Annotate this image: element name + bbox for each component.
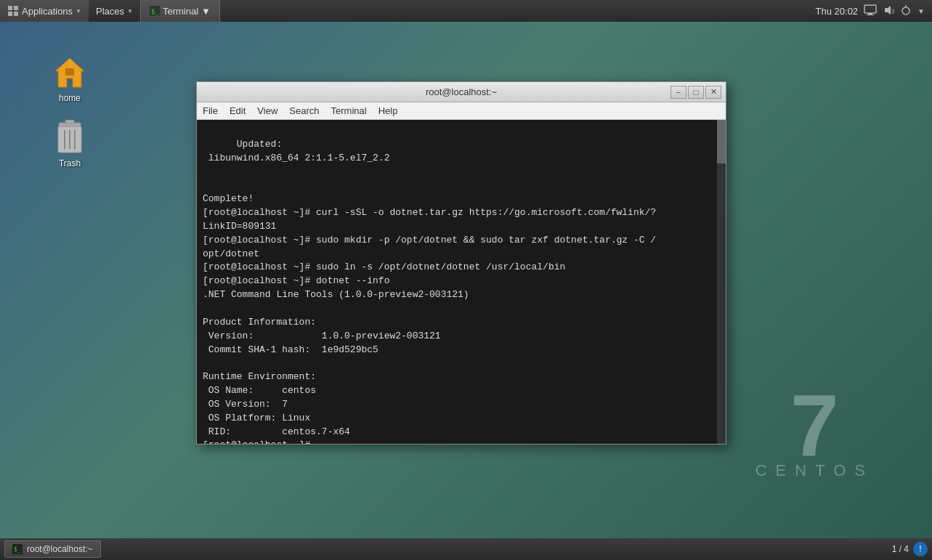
home-folder-image	[52, 55, 87, 90]
taskbar-left-items: Applications ▼ Places ▼ $_ Terminal ▼	[0, 0, 220, 22]
volume-icon[interactable]: ))	[883, 4, 894, 18]
svg-rect-3	[14, 12, 18, 16]
clock-display: Thu 20:02	[816, 6, 859, 17]
svg-text:$_: $_	[14, 546, 21, 553]
applications-arrow: ▼	[76, 8, 81, 15]
terminal-output: Updated: libunwind.x86_64 2:1.1-5.el7_2.…	[203, 139, 656, 444]
terminal-menu[interactable]: $_ Terminal ▼	[140, 0, 220, 22]
menu-help[interactable]: Help	[373, 102, 404, 119]
maximize-button[interactable]: □	[688, 86, 704, 99]
menu-search[interactable]: Search	[283, 102, 325, 119]
centos-number: 7	[790, 381, 839, 468]
menu-view[interactable]: View	[251, 102, 283, 119]
terminal-scrollbar[interactable]	[717, 120, 726, 444]
taskbar-terminal-item[interactable]: $_ root@localhost:~	[4, 540, 101, 558]
terminal-arrow: ▼	[201, 6, 211, 17]
terminal-icon: $_	[150, 6, 160, 16]
menu-terminal[interactable]: Terminal	[325, 102, 373, 119]
svg-rect-6	[864, 5, 876, 13]
trash-icon[interactable]: Trash	[41, 116, 99, 173]
settings-arrow-icon[interactable]: ▼	[917, 7, 925, 15]
scrollbar-thumb[interactable]	[717, 120, 726, 163]
svg-rect-7	[868, 13, 872, 15]
taskbar-bottom-right: 1 / 4 !	[892, 542, 928, 556]
minimize-button[interactable]: −	[670, 86, 686, 99]
svg-text:)): ))	[891, 8, 894, 14]
taskbar-right-items: Thu 20:02 )) ▼	[809, 4, 932, 18]
home-folder-icon[interactable]: home	[41, 51, 99, 107]
terminal-content[interactable]: Updated: libunwind.x86_64 2:1.1-5.el7_2.…	[197, 120, 726, 444]
places-label: Places	[96, 6, 124, 17]
centos-text: CENTOS	[755, 461, 874, 480]
taskbar-bottom: $_ root@localhost:~ 1 / 4 !	[0, 538, 932, 560]
workspace-indicator: 1 / 4	[892, 544, 909, 554]
home-folder-label: home	[59, 93, 81, 103]
places-menu[interactable]: Places ▼	[89, 0, 140, 22]
desktop: 7 CENTOS home Trash	[0, 22, 932, 538]
terminal-title: root@localhost:~	[252, 86, 670, 97]
terminal-label: Terminal	[163, 6, 198, 17]
monitor-icon[interactable]	[864, 4, 877, 18]
svg-rect-1	[14, 6, 18, 10]
places-arrow: ▼	[127, 8, 133, 15]
close-button[interactable]: ✕	[705, 86, 721, 99]
svg-marker-9	[885, 6, 891, 15]
svg-rect-8	[867, 15, 874, 15]
svg-rect-2	[8, 12, 12, 16]
svg-text:$_: $_	[151, 8, 159, 15]
menu-file[interactable]: File	[197, 102, 224, 119]
terminal-window: root@localhost:~ − □ ✕ File Edit View Se…	[196, 81, 726, 445]
centos-watermark: 7 CENTOS	[755, 381, 874, 480]
taskbar-terminal-label: root@localhost:~	[27, 544, 93, 554]
taskbar-terminal-icon: $_	[12, 544, 23, 554]
applications-menu[interactable]: Applications ▼	[0, 0, 89, 22]
trash-image	[52, 121, 87, 155]
svg-rect-16	[65, 120, 74, 123]
taskbar-top: Applications ▼ Places ▼ $_ Terminal ▼ Th…	[0, 0, 932, 22]
svg-rect-14	[65, 68, 74, 76]
svg-rect-0	[8, 6, 12, 10]
svg-point-11	[902, 7, 909, 15]
notification-icon[interactable]: !	[913, 542, 928, 556]
menu-edit[interactable]: Edit	[224, 102, 251, 119]
applications-icon	[7, 5, 19, 17]
applications-label: Applications	[22, 6, 73, 17]
terminal-titlebar: root@localhost:~ − □ ✕	[197, 82, 726, 102]
window-controls: − □ ✕	[670, 86, 721, 99]
terminal-menubar: File Edit View Search Terminal Help	[197, 102, 726, 120]
power-icon[interactable]	[900, 4, 912, 18]
trash-label: Trash	[59, 158, 81, 169]
